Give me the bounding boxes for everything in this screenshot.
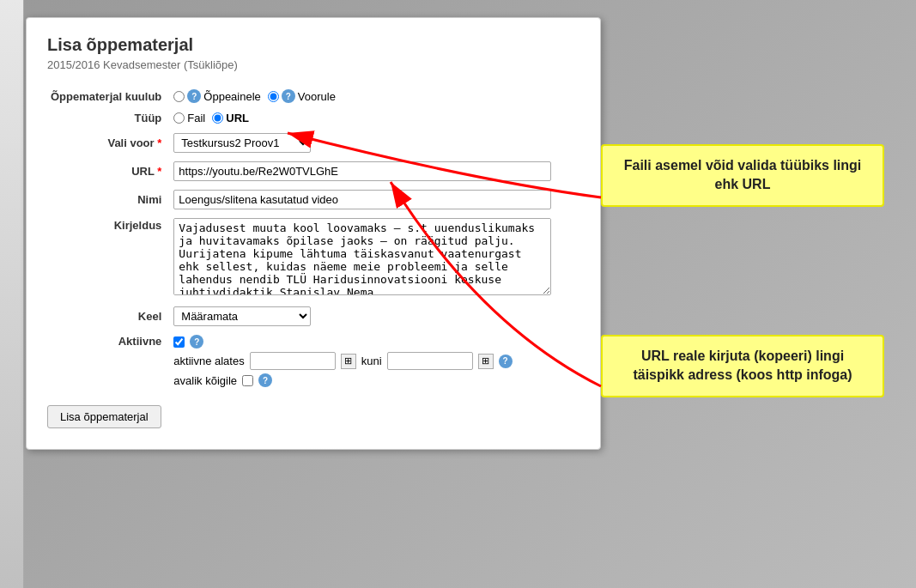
- annotation-box-1-text: Faili asemel võid valida tüübiks lingi e…: [624, 158, 862, 191]
- kuni-calendar-icon[interactable]: ⊞: [478, 354, 494, 369]
- belongs-help1-icon[interactable]: ?: [187, 89, 201, 103]
- vali-voor-value: Testkursus2 Proov1: [170, 129, 579, 157]
- keel-select[interactable]: Määramata: [173, 306, 311, 326]
- table-row-kirjeldus: Kirjeldus Vajadusest muuta kool loovamak…: [47, 214, 579, 302]
- aktiivne-label: Aktiivne: [47, 330, 170, 391]
- vali-voor-required: *: [157, 136, 161, 149]
- url-required: *: [157, 165, 161, 178]
- avalik-koigile-row: avalik kõigile ?: [173, 373, 576, 387]
- avalik-koigile-label: avalik kõigile: [173, 374, 237, 387]
- table-row-nimi: Nimi: [47, 185, 579, 214]
- kirjeldus-label: Kirjeldus: [47, 214, 170, 302]
- table-row-aktiivne: Aktiivne ? aktiivne alates ⊞ kuni ⊞ ? av…: [47, 330, 579, 391]
- type-url-label[interactable]: URL: [212, 112, 249, 124]
- annotation-box-2: URL reale kirjuta (kopeeri) lingi täispi…: [601, 335, 884, 397]
- table-row-keel: Keel Määramata: [47, 302, 579, 330]
- type-label: Tüüp: [47, 107, 170, 129]
- type-option2-text: URL: [226, 112, 249, 124]
- belongs-help2-icon[interactable]: ?: [282, 89, 295, 103]
- date-help-icon[interactable]: ?: [499, 355, 513, 368]
- belongs-label: Õppematerjal kuulub: [47, 85, 170, 107]
- url-input[interactable]: [173, 161, 551, 181]
- belongs-radio-oppeainele[interactable]: [173, 91, 185, 102]
- type-radio-url[interactable]: [212, 112, 223, 124]
- belongs-option2-text: Voorule: [298, 90, 336, 103]
- keel-label: Keel: [47, 302, 170, 330]
- nimi-label: Nimi: [47, 185, 170, 214]
- type-options: Fail URL: [170, 107, 579, 129]
- dialog-card: Lisa õppematerjal 2015/2016 Kevadsemeste…: [26, 17, 601, 450]
- type-radio-fail[interactable]: [173, 112, 185, 124]
- annotation-box-2-text: URL reale kirjuta (kopeeri) lingi täispi…: [633, 349, 852, 382]
- table-row-url: URL *: [47, 157, 579, 185]
- belongs-options: ? Õppeainele ? Voorule: [170, 85, 579, 107]
- avalik-koigile-checkbox[interactable]: [242, 375, 253, 386]
- type-option1-text: Fail: [187, 112, 205, 124]
- belongs-option2-label[interactable]: ? Voorule: [268, 89, 336, 103]
- vali-voor-select[interactable]: Testkursus2 Proov1: [173, 133, 311, 153]
- url-input-cell: [170, 157, 579, 185]
- submit-button[interactable]: Lisa õppematerjal: [47, 405, 161, 428]
- table-row-type: Tüüp Fail URL: [47, 107, 579, 129]
- kirjeldus-input-cell: Vajadusest muuta kool loovamaks – s.t uu…: [170, 214, 579, 302]
- kirjeldus-textarea[interactable]: Vajadusest muuta kool loovamaks – s.t uu…: [173, 218, 551, 295]
- aktiivne-checkbox[interactable]: [173, 336, 185, 348]
- form-table: Õppematerjal kuulub ? Õppeainele ? Vooru…: [47, 85, 579, 391]
- aktiivne-alates-label: aktiivne alates: [173, 355, 244, 367]
- aktiivne-help-icon[interactable]: ?: [190, 335, 203, 349]
- table-row-vali-voor: Vali voor * Testkursus2 Proov1: [47, 129, 579, 157]
- annotation-box-1: Faili asemel võid valida tüübiks lingi e…: [601, 144, 884, 207]
- belongs-option1-label[interactable]: ? Õppeainele: [173, 89, 261, 103]
- sidebar: [0, 0, 24, 588]
- aktiivne-alates-calendar-icon[interactable]: ⊞: [341, 354, 356, 369]
- vali-voor-label: Vali voor *: [47, 129, 170, 157]
- type-fail-label[interactable]: Fail: [173, 112, 205, 124]
- nimi-input-cell: [170, 185, 579, 214]
- keel-select-cell: Määramata: [170, 302, 579, 330]
- nimi-input[interactable]: [173, 190, 551, 209]
- avalik-koigile-help-icon[interactable]: ?: [258, 373, 272, 387]
- url-label: URL *: [47, 157, 170, 185]
- aktiivne-alates-input[interactable]: [250, 352, 336, 370]
- belongs-option1-text: Õppeainele: [203, 90, 261, 103]
- dialog-subtitle: 2015/2016 Kevadsemester (Tsükliõpe): [47, 58, 579, 71]
- kuni-label: kuni: [361, 355, 382, 367]
- aktiivne-date-row: aktiivne alates ⊞ kuni ⊞ ?: [173, 352, 576, 370]
- aktiivne-cell: ? aktiivne alates ⊞ kuni ⊞ ? avalik kõig…: [170, 330, 579, 391]
- table-row-belongs: Õppematerjal kuulub ? Õppeainele ? Vooru…: [47, 85, 579, 107]
- kuni-input[interactable]: [387, 352, 473, 370]
- aktiivne-checkbox-group: ?: [173, 335, 576, 349]
- belongs-radio-voorule[interactable]: [268, 91, 279, 102]
- dialog-title: Lisa õppematerjal: [47, 35, 579, 55]
